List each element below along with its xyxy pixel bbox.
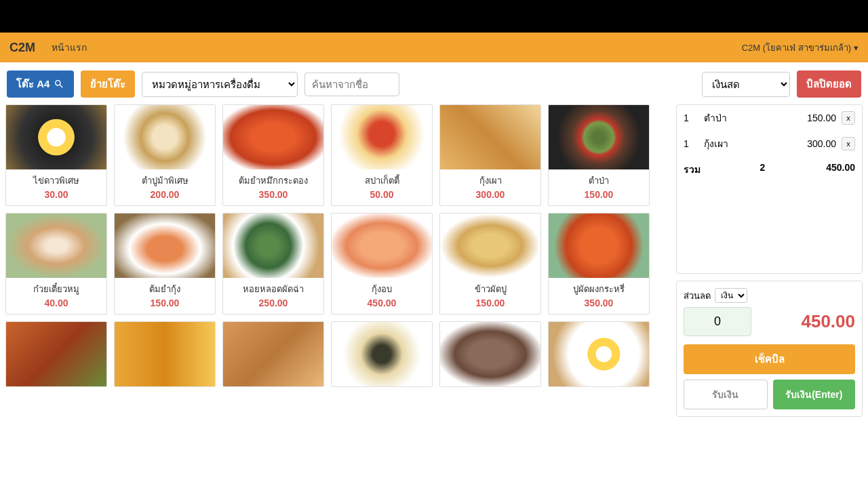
order-row: 1ตำป่า150.00x xyxy=(677,105,862,131)
menu-price: 300.00 xyxy=(443,189,538,200)
payment-method-select[interactable]: เงินสด xyxy=(702,72,790,97)
menu-price: 250.00 xyxy=(226,298,321,308)
order-list: 1ตำป่า150.00x1กุ้งเผา300.00x รวม 2 450.0… xyxy=(676,104,863,274)
top-black-bar xyxy=(0,0,868,33)
menu-name: หอยหลอดผัดฉ่า xyxy=(226,282,321,296)
category-select[interactable]: หมวดหมู่อาหารเครื่องดื่ม xyxy=(142,72,298,97)
food-image xyxy=(223,214,323,278)
menu-item[interactable]: ข้าวผัดปู150.00 xyxy=(439,213,541,314)
discount-input[interactable] xyxy=(684,307,751,336)
menu-price: 450.00 xyxy=(334,298,429,308)
menu-item[interactable] xyxy=(439,321,541,387)
menu-price: 40.00 xyxy=(9,298,104,308)
menu-name: ปูผัดผงกระหรี่ xyxy=(551,282,646,296)
checkout-panel: ส่วนลด เงิน 450.00 เช็คบิล รับเงิน รับเง… xyxy=(676,281,863,417)
menu-price: 350.00 xyxy=(226,189,321,200)
check-bill-button[interactable]: เช็คบิล xyxy=(684,344,855,374)
menu-price: 150.00 xyxy=(443,298,538,308)
menu-price: 350.00 xyxy=(551,298,646,308)
order-price: 150.00 xyxy=(789,113,836,123)
table-button-label: โต๊ะ A4 xyxy=(16,76,50,92)
menu-item[interactable]: กุ้งเผา300.00 xyxy=(439,104,541,206)
order-total-row: รวม 2 450.00 xyxy=(677,157,862,182)
menu-item[interactable]: ตำปูม้าพิเศษ200.00 xyxy=(114,104,216,206)
remove-item-button[interactable]: x xyxy=(842,137,855,150)
menu-name: ตำป่า xyxy=(551,174,646,188)
menu-name: กุ้งเผา xyxy=(443,174,538,188)
order-panel: 1ตำป่า150.00x1กุ้งเผา300.00x รวม 2 450.0… xyxy=(676,104,863,484)
food-image xyxy=(6,322,106,386)
menu-item[interactable]: สปาเก็ตตี้50.00 xyxy=(331,104,433,206)
menu-item[interactable]: กุ้งอบ450.00 xyxy=(331,213,433,314)
close-bill-button[interactable]: บิลปิดยอด xyxy=(797,70,861,98)
menu-name: ตำปูม้าพิเศษ xyxy=(117,174,212,188)
search-icon xyxy=(54,79,64,89)
food-image xyxy=(549,214,649,278)
food-image xyxy=(332,105,432,169)
total-amount: 450.00 xyxy=(801,162,855,177)
branch-selector[interactable]: C2M (โยคาเฟ่ สาขาร่มเกล้า) ▾ xyxy=(742,41,859,55)
menu-price: 150.00 xyxy=(117,298,212,308)
menu-item[interactable]: หอยหลอดผัดฉ่า250.00 xyxy=(222,213,324,314)
food-image xyxy=(223,105,323,169)
caret-down-icon: ▾ xyxy=(854,43,859,53)
menu-item[interactable]: ก๋วยเตี๋ยวหมู40.00 xyxy=(5,213,107,314)
order-qty: 1 xyxy=(684,138,704,149)
menu-item[interactable]: ต้มยำกุ้ง150.00 xyxy=(114,213,216,314)
menu-name: ต้มยำกุ้ง xyxy=(117,282,212,296)
menu-name: ต้มยำหมึกกระดอง xyxy=(226,174,321,188)
table-button[interactable]: โต๊ะ A4 xyxy=(7,70,74,98)
food-image xyxy=(6,214,106,278)
order-price: 300.00 xyxy=(789,138,836,149)
menu-item[interactable]: ปูผัดผงกระหรี่350.00 xyxy=(548,213,650,314)
receive-money-enter-button[interactable]: รับเงิน(Enter) xyxy=(773,380,856,409)
discount-label: ส่วนลด xyxy=(684,289,711,303)
order-name: ตำป่า xyxy=(704,110,789,125)
menu-item[interactable] xyxy=(114,321,216,387)
food-image xyxy=(115,105,215,169)
app-header: C2M หน้าแรก C2M (โยคาเฟ่ สาขาร่มเกล้า) ▾ xyxy=(0,33,868,62)
food-image xyxy=(440,214,540,278)
brand-logo: C2M xyxy=(9,41,35,55)
total-label: รวม xyxy=(684,162,724,177)
search-input[interactable] xyxy=(304,73,399,96)
food-image xyxy=(223,322,323,386)
total-qty: 2 xyxy=(724,162,801,177)
branch-label: C2M (โยคาเฟ่ สาขาร่มเกล้า) xyxy=(742,41,851,55)
menu-price: 150.00 xyxy=(551,189,646,200)
food-image xyxy=(332,214,432,278)
menu-item[interactable]: ต้มยำหมึกกระดอง350.00 xyxy=(222,104,324,206)
food-image xyxy=(440,105,540,169)
menu-item[interactable]: ไข่ดาวพิเศษ30.00 xyxy=(5,104,107,206)
menu-name: ก๋วยเตี๋ยวหมู xyxy=(9,282,104,296)
menu-name: สปาเก็ตตี้ xyxy=(334,174,429,188)
menu-price: 30.00 xyxy=(9,189,104,200)
order-qty: 1 xyxy=(684,113,704,123)
menu-item[interactable]: ตำป่า150.00 xyxy=(548,104,650,206)
toolbar: โต๊ะ A4 ย้ายโต๊ะ หมวดหมู่อาหารเครื่องดื่… xyxy=(0,62,868,104)
move-table-button[interactable]: ย้ายโต๊ะ xyxy=(81,70,135,98)
order-row: 1กุ้งเผา300.00x xyxy=(677,131,862,157)
menu-grid[interactable]: ไข่ดาวพิเศษ30.00ตำปูม้าพิเศษ200.00ต้มยำห… xyxy=(5,104,669,484)
order-name: กุ้งเผา xyxy=(704,136,789,151)
food-image xyxy=(549,105,649,169)
food-image xyxy=(115,214,215,278)
menu-item[interactable] xyxy=(548,321,650,387)
menu-item[interactable] xyxy=(5,321,107,387)
remove-item-button[interactable]: x xyxy=(842,111,855,125)
menu-item[interactable] xyxy=(222,321,324,387)
menu-price: 50.00 xyxy=(334,189,429,200)
grand-total: 450.00 xyxy=(801,311,855,332)
menu-name: กุ้งอบ xyxy=(334,282,429,296)
menu-name: ไข่ดาวพิเศษ xyxy=(9,174,104,188)
food-image xyxy=(332,322,432,386)
receive-money-button[interactable]: รับเงิน xyxy=(684,380,768,409)
menu-price: 200.00 xyxy=(117,189,212,200)
discount-type-select[interactable]: เงิน xyxy=(715,288,747,303)
food-image xyxy=(440,322,540,386)
menu-name: ข้าวผัดปู xyxy=(443,282,538,296)
food-image xyxy=(6,105,106,169)
menu-item[interactable] xyxy=(331,321,433,387)
nav-home[interactable]: หน้าแรก xyxy=(52,40,87,55)
food-image xyxy=(549,322,649,386)
